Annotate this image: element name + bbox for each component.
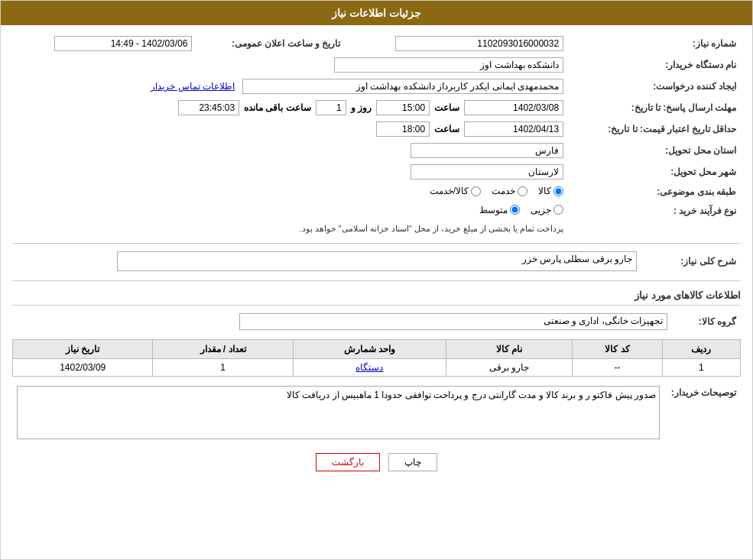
city-label: شهر محل تحویل: [568, 161, 741, 183]
category-option-kala: کالا [538, 186, 563, 196]
category-cell: کالا خدمت کالا/خدمت [12, 183, 568, 202]
category-radio-khedmat[interactable] [518, 186, 527, 196]
price-validity-date-value: 1402/04/13 [464, 121, 563, 137]
price-validity-row: حداقل تاریخ اعتبار قیمت: تا تاریخ: 1402/… [12, 118, 741, 140]
category-kala-khedmat-label: کالا/خدمت [430, 186, 469, 196]
buyer-notes-label: توصیحات خریدار: [664, 383, 741, 442]
buyer-notes-value: صدور پیش فاکتو ر و برند کالا و مدت گاران… [17, 386, 660, 439]
price-validity-flex: 1402/04/13 ساعت 18:00 [17, 121, 563, 137]
reply-deadline-flex: 1402/03/08 ساعت 15:00 روز و 1 ساعت باقی … [17, 100, 563, 115]
goods-group-cell: تجهیزات خانگی، اداری و صنعتی [12, 310, 672, 333]
general-desc-table: شرح کلی نیاز: جارو برقی سطلی پارس خزر [12, 248, 741, 274]
process-row: نوع فرآیند خرید : جزیی متوسط [12, 202, 741, 221]
goods-group-label: گروه کالا: [672, 310, 741, 333]
goods-table-head: ردیف کد کالا نام کالا واحد شمارش تعداد /… [13, 340, 741, 359]
category-radio-kala[interactable] [553, 186, 563, 196]
col-row-num: ردیف [662, 340, 740, 359]
price-validity-label: حداقل تاریخ اعتبار قیمت: تا تاریخ: [568, 118, 741, 140]
process-option-jozi: جزیی [531, 205, 563, 215]
process-radio-group: جزیی متوسط [479, 205, 563, 215]
btn-group: چاپ بازگشت [12, 453, 741, 471]
need-number-value-cell: 1102093016000032 [345, 33, 568, 54]
category-label: طبقه بندی موضوعی: [568, 183, 741, 202]
announce-datetime-label: تاریخ و ساعت اعلان عمومی: [196, 33, 345, 54]
reply-remaining-value: 23:45:03 [178, 100, 239, 115]
org-name-value: دانشکده بهداشت اوز [334, 57, 563, 73]
need-number-row: شماره نیاز: 1102093016000032 تاریخ و ساع… [12, 33, 741, 54]
reply-time-label: ساعت [434, 102, 459, 113]
process-motavasset-label: متوسط [479, 205, 508, 215]
spacer [12, 377, 741, 383]
category-option-kala-khedmat: کالا/خدمت [430, 186, 481, 196]
cell-code: -- [573, 359, 662, 377]
city-row: شهر محل تحویل: لارستان [12, 161, 741, 183]
goods-section-title: اطلاعات کالاهای مورد نیاز [12, 286, 741, 306]
process-label: نوع فرآیند خرید : [568, 202, 741, 221]
page-header: جزئیات اطلاعات نیاز [1, 1, 752, 25]
city-value: لارستان [411, 164, 563, 180]
goods-group-row: گروه کالا: تجهیزات خانگی، اداری و صنعتی [12, 310, 741, 333]
buyer-notes-table: توصیحات خریدار: صدور پیش فاکتو ر و برند … [12, 383, 741, 442]
general-desc-label: شرح کلی نیاز: [641, 248, 741, 274]
note-row: پرداخت تمام یا بخشی از مبلغ خرید، از محل… [12, 220, 741, 237]
category-khedmat-label: خدمت [492, 186, 515, 196]
reply-date-value: 1402/03/08 [464, 100, 563, 115]
reply-days-value: 1 [316, 100, 346, 115]
reply-deadline-cell: 1402/03/08 ساعت 15:00 روز و 1 ساعت باقی … [12, 97, 568, 118]
col-name: نام کالا [446, 340, 573, 359]
requester-cell: محمدمهدی ایمانی ایکدر کاربرداز دانشکده ب… [12, 76, 568, 97]
requester-value: محمدمهدی ایمانی ایکدر کاربرداز دانشکده ب… [242, 79, 563, 94]
org-name-cell: دانشکده بهداشت اوز [12, 54, 568, 76]
goods-table-body: 1 -- جارو برقی دستگاه 1 1402/03/09 [13, 359, 741, 377]
reply-time-value: 15:00 [376, 100, 430, 115]
print-button[interactable]: چاپ [388, 453, 437, 471]
province-cell: فارس [12, 140, 568, 161]
buyer-notes-cell: صدور پیش فاکتو ر و برند کالا و مدت گاران… [12, 383, 664, 442]
back-button[interactable]: بازگشت [316, 453, 380, 471]
org-name-row: نام دستگاه خریدار: دانشکده بهداشت اوز [12, 54, 741, 76]
process-option-motavasset: متوسط [479, 205, 520, 215]
price-validity-cell: 1402/04/13 ساعت 18:00 [12, 118, 568, 140]
info-table: شماره نیاز: 1102093016000032 تاریخ و ساع… [12, 33, 741, 237]
price-validity-time-label: ساعت [434, 124, 459, 134]
category-radio-kala-khedmat[interactable] [471, 186, 481, 196]
col-date: تاریخ نیاز [13, 340, 153, 359]
goods-table: ردیف کد کالا نام کالا واحد شمارش تعداد /… [12, 339, 741, 377]
province-label: استان محل تحویل: [568, 140, 741, 161]
process-radio-motavasset[interactable] [510, 205, 520, 215]
cell-row-num: 1 [662, 359, 740, 377]
page-wrapper: جزئیات اطلاعات نیاز شماره نیاز: 11020930… [0, 0, 753, 560]
page-title: جزئیات اطلاعات نیاز [332, 7, 421, 19]
announce-datetime-cell: 1402/03/06 - 14:49 [12, 33, 196, 54]
reply-deadline-row: مهلت ارسال پاسخ: تا تاریخ: 1402/03/08 سا… [12, 97, 741, 118]
cell-name: جارو برقی [446, 359, 573, 377]
main-content: شماره نیاز: 1102093016000032 تاریخ و ساع… [1, 25, 752, 487]
general-desc-row: شرح کلی نیاز: جارو برقی سطلی پارس خزر [12, 248, 741, 274]
goods-table-header-row: ردیف کد کالا نام کالا واحد شمارش تعداد /… [13, 340, 741, 359]
process-cell: جزیی متوسط [12, 202, 568, 221]
city-cell: لارستان [12, 161, 568, 183]
col-unit: واحد شمارش [293, 340, 446, 359]
buyer-notes-row: توصیحات خریدار: صدور پیش فاکتو ر و برند … [12, 383, 741, 442]
buyer-notes-text: صدور پیش فاکتو ر و برند کالا و مدت گاران… [287, 390, 656, 400]
cell-unit: دستگاه [293, 359, 446, 377]
org-name-label: نام دستگاه خریدار: [568, 54, 741, 76]
separator-2 [12, 280, 741, 281]
separator-1 [12, 243, 741, 244]
need-number-value: 1102093016000032 [395, 36, 563, 51]
note-text: پرداخت تمام یا بخشی از مبلغ خرید، از محل… [300, 224, 564, 233]
requester-row: ایجاد کننده درخواست: محمدمهدی ایمانی ایک… [12, 76, 741, 97]
category-kala-label: کالا [538, 186, 551, 196]
general-desc-value: جارو برقی سطلی پارس خزر [117, 251, 637, 271]
province-row: استان محل تحویل: فارس [12, 140, 741, 161]
process-radio-jozi[interactable] [553, 205, 563, 215]
note-cell: پرداخت تمام یا بخشی از مبلغ خرید، از محل… [12, 220, 568, 237]
reply-days-label: روز و [351, 102, 372, 113]
contact-link[interactable]: اطلاعات تماس خریدار [151, 81, 235, 92]
category-radio-group: کالا خدمت کالا/خدمت [430, 186, 563, 196]
goods-group-table: گروه کالا: تجهیزات خانگی، اداری و صنعتی [12, 310, 741, 333]
price-validity-time-value: 18:00 [376, 121, 430, 137]
need-number-label: شماره نیاز: [568, 33, 741, 54]
requester-label: ایجاد کننده درخواست: [568, 76, 741, 97]
category-option-khedmat: خدمت [492, 186, 527, 196]
